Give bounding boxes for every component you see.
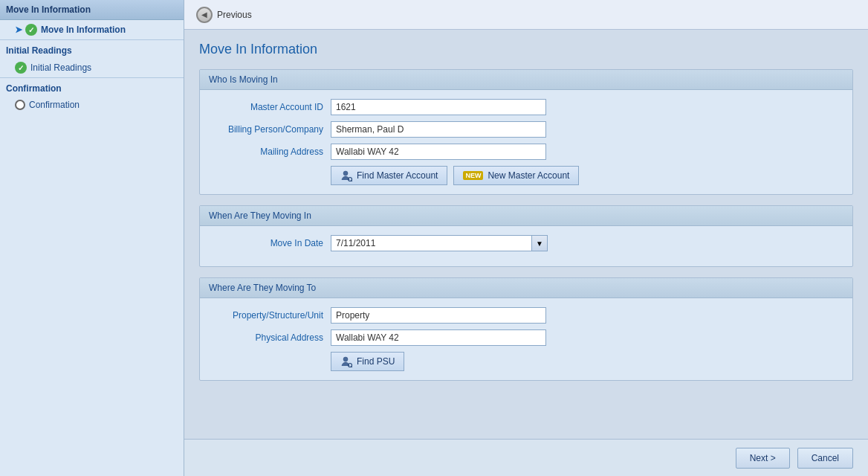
bottom-bar: Next > Cancel (184, 439, 868, 476)
check-icon-move-in (25, 24, 37, 36)
field-row-move-in-date: Move In Date ▼ (212, 235, 841, 251)
page-title: Move In Information (199, 42, 853, 57)
where-moving-to-buttons: Find PSU (212, 352, 841, 371)
find-psu-person-icon (340, 356, 352, 367)
content-area: Move In Information Who Is Moving In Mas… (184, 30, 868, 439)
next-button[interactable]: Next > (736, 448, 790, 469)
sidebar-section-header-move-in: Move In Information (0, 0, 184, 20)
label-property-structure-unit: Property/Structure/Unit (212, 310, 331, 321)
sidebar-item-label-initial-readings: Initial Readings (30, 62, 91, 73)
section-header-where-moving-to: Where Are They Moving To (200, 278, 852, 298)
field-row-physical-address: Physical Address (212, 329, 841, 346)
new-master-account-label: New Master Account (488, 170, 569, 181)
field-row-master-account-id: Master Account ID (212, 99, 841, 115)
label-move-in-date: Move In Date (212, 238, 331, 248)
input-physical-address[interactable] (331, 329, 546, 346)
find-psu-label: Find PSU (357, 356, 395, 367)
section-header-when-moving-in: When Are They Moving In (200, 206, 852, 226)
date-dropdown-button[interactable]: ▼ (531, 235, 548, 251)
svg-point-0 (343, 171, 348, 176)
svg-point-3 (343, 357, 348, 361)
find-psu-button[interactable]: Find PSU (331, 352, 404, 371)
section-body-when-moving-in: Move In Date ▼ (200, 226, 852, 266)
section-header-who-is-moving-in: Who Is Moving In (200, 70, 852, 90)
svg-line-5 (352, 367, 352, 367)
sidebar-section-label-initial-readings: Initial Readings (6, 45, 72, 56)
cancel-button[interactable]: Cancel (797, 448, 853, 469)
sidebar-item-label-move-in: Move In Information (41, 25, 126, 35)
top-bar: ◀ Previous (184, 0, 868, 30)
input-mailing-address[interactable] (331, 144, 546, 160)
input-move-in-date[interactable] (331, 235, 531, 251)
label-billing-person: Billing Person/Company (212, 124, 331, 135)
label-master-account-id: Master Account ID (212, 102, 331, 112)
input-master-account-id[interactable] (331, 99, 546, 115)
radio-icon-confirmation (15, 100, 25, 110)
new-badge-icon: NEW (463, 171, 483, 180)
sidebar-section-label-move-in: Move In Information (6, 4, 91, 15)
person-search-icon (340, 170, 352, 181)
previous-label: Previous (217, 10, 252, 20)
move-in-date-container: ▼ (331, 235, 548, 251)
section-when-moving-in: When Are They Moving In Move In Date ▼ (199, 205, 853, 267)
sidebar-section-header-initial-readings: Initial Readings (0, 39, 184, 58)
sidebar-item-confirmation[interactable]: Confirmation (0, 96, 184, 114)
previous-icon: ◀ (196, 7, 213, 23)
sidebar-section-label-confirmation: Confirmation (6, 83, 62, 94)
section-where-moving-to: Where Are They Moving To Property/Struct… (199, 277, 853, 381)
input-property-structure-unit[interactable] (331, 307, 546, 324)
sidebar: Move In Information ➤ Move In Informatio… (0, 0, 184, 476)
sidebar-item-initial-readings[interactable]: Initial Readings (0, 58, 184, 77)
previous-button[interactable]: ◀ Previous (196, 7, 252, 23)
sidebar-item-move-in-information[interactable]: ➤ Move In Information (0, 20, 184, 39)
section-body-where-moving-to: Property/Structure/Unit Physical Address (200, 298, 852, 380)
section-who-is-moving-in: Who Is Moving In Master Account ID Billi… (199, 69, 853, 195)
sidebar-item-label-confirmation: Confirmation (29, 100, 80, 110)
section-body-who-is-moving-in: Master Account ID Billing Person/Company… (200, 90, 852, 194)
field-row-property-structure-unit: Property/Structure/Unit (212, 307, 841, 324)
field-row-mailing-address: Mailing Address (212, 144, 841, 160)
label-mailing-address: Mailing Address (212, 147, 331, 157)
find-master-account-label: Find Master Account (357, 170, 438, 181)
check-icon-initial-readings (15, 62, 27, 74)
sidebar-section-header-confirmation: Confirmation (0, 77, 184, 96)
label-physical-address: Physical Address (212, 332, 331, 343)
find-master-account-button[interactable]: Find Master Account (331, 166, 447, 185)
who-moving-in-buttons: Find Master Account NEW New Master Accou… (212, 166, 841, 185)
svg-line-2 (352, 181, 352, 181)
field-row-billing-person: Billing Person/Company (212, 121, 841, 138)
arrow-icon: ➤ (15, 25, 22, 35)
input-billing-person[interactable] (331, 121, 546, 138)
new-master-account-button[interactable]: NEW New Master Account (453, 166, 579, 185)
main-content: ◀ Previous Move In Information Who Is Mo… (184, 0, 868, 476)
